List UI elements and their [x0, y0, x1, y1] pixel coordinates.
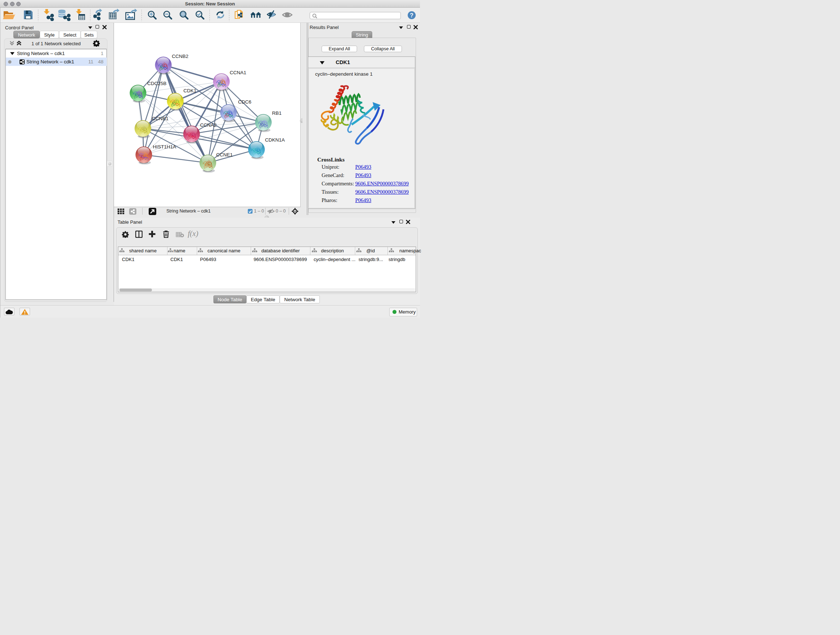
svg-text:CCNB2: CCNB2 [172, 54, 188, 59]
svg-text:CDK1: CDK1 [183, 88, 196, 93]
svg-text:?: ? [410, 12, 414, 19]
svg-text:CCNA2: CCNA2 [200, 122, 217, 128]
svg-text:CCNE1: CCNE1 [216, 152, 233, 157]
svg-text:CCNB1: CCNB1 [152, 116, 169, 121]
svg-text:CDKN1A: CDKN1A [265, 137, 285, 143]
svg-text:CCNA1: CCNA1 [230, 70, 246, 75]
svg-text:RB1: RB1 [272, 111, 281, 116]
svg-text:CDC25B: CDC25B [147, 81, 166, 86]
svg-text:HIST1H1A: HIST1H1A [153, 144, 177, 149]
svg-text:CDC6: CDC6 [238, 99, 251, 105]
